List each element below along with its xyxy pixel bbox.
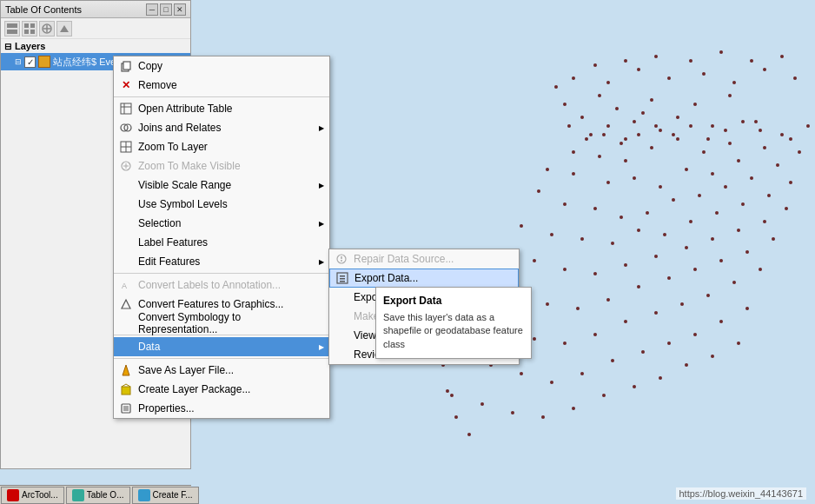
svg-point-36 <box>537 189 540 193</box>
menu-item-convert-labels: A Convert Labels to Annotation... <box>114 275 329 295</box>
svg-point-33 <box>763 146 766 149</box>
svg-rect-163 <box>121 103 131 114</box>
svg-point-24 <box>780 133 784 136</box>
taskbar-table-button[interactable]: Table O... <box>66 487 130 504</box>
menu-item-zoom-layer[interactable]: Zoom To Layer <box>114 137 329 156</box>
svg-point-59 <box>533 259 536 262</box>
svg-point-39 <box>620 216 623 219</box>
svg-point-105 <box>541 415 545 419</box>
svg-point-88 <box>706 294 710 297</box>
toc-toolbar-icon-1[interactable] <box>4 21 20 36</box>
menu-copy-label: Copy <box>138 60 162 72</box>
toc-toolbar-icon-4[interactable] <box>56 21 72 36</box>
svg-point-75 <box>667 276 671 280</box>
svg-point-96 <box>611 359 614 362</box>
menu-item-edit-features[interactable]: Edit Features <box>114 252 329 271</box>
svg-point-43 <box>724 185 727 189</box>
menu-item-properties[interactable]: Properties... <box>114 399 329 418</box>
svg-point-101 <box>745 307 749 310</box>
repair-icon <box>335 252 348 266</box>
svg-marker-176 <box>123 365 129 375</box>
toc-toolbar <box>1 18 190 39</box>
layer-checkbox[interactable]: ✓ <box>24 56 36 68</box>
menu-item-save-layer[interactable]: Save As Layer File... <box>114 361 329 380</box>
remove-icon: ✕ <box>119 78 133 92</box>
svg-point-127 <box>750 59 753 63</box>
taskbar-arctool-button[interactable]: ArcTool... <box>1 487 64 504</box>
svg-point-95 <box>580 372 584 375</box>
menu-item-joins[interactable]: Joins and Relates <box>114 118 329 137</box>
svg-point-98 <box>667 342 671 345</box>
menu-item-convert-symbology[interactable]: Convert Symbology to Representation... <box>114 314 329 333</box>
svg-point-67 <box>763 220 766 223</box>
svg-point-2 <box>580 116 584 119</box>
svg-point-3 <box>598 94 601 97</box>
svg-point-85 <box>624 320 627 323</box>
table-taskbar-icon <box>72 489 84 501</box>
svg-point-126 <box>719 50 723 54</box>
svg-point-66 <box>737 229 740 232</box>
svg-point-146 <box>672 133 675 136</box>
toc-toolbar-icon-3[interactable] <box>39 21 55 36</box>
menu-item-remove[interactable]: ✕ Remove <box>114 76 329 95</box>
svg-point-22 <box>728 142 732 145</box>
svg-point-99 <box>693 333 697 336</box>
svg-point-84 <box>593 333 597 336</box>
copy-icon <box>119 59 133 73</box>
svg-point-47 <box>520 224 523 228</box>
export-tooltip-description: Save this layer's data as a shapefile or… <box>383 311 524 351</box>
toc-toolbar-icon-2[interactable] <box>22 21 37 36</box>
menu-save-layer-label: Save As Layer File... <box>138 364 234 376</box>
toc-minimize-button[interactable]: ─ <box>146 3 158 16</box>
svg-point-100 <box>719 320 723 323</box>
svg-point-11 <box>659 129 662 132</box>
svg-point-37 <box>563 202 567 206</box>
svg-point-29 <box>659 185 662 189</box>
svg-point-44 <box>750 176 753 180</box>
taskbar-create-button[interactable]: Create F... <box>132 487 199 504</box>
svg-point-64 <box>685 246 688 249</box>
menu-item-label-features[interactable]: Label Features <box>114 233 329 252</box>
menu-item-export-data[interactable]: Export Data... <box>329 269 519 288</box>
svg-point-5 <box>633 120 636 123</box>
svg-point-144 <box>637 133 640 136</box>
menu-item-create-package[interactable]: Create Layer Package... <box>114 380 329 399</box>
svg-point-110 <box>685 363 688 367</box>
svg-point-120 <box>763 68 766 71</box>
svg-point-114 <box>572 76 575 80</box>
taskbar-arctool-label: ArcTool... <box>22 490 58 500</box>
svg-point-78 <box>745 250 749 254</box>
svg-point-31 <box>711 172 714 176</box>
svg-point-136 <box>467 433 471 436</box>
menu-visible-scale-label: Visible Scale Range <box>138 179 231 191</box>
menu-item-repair-source: Repair Data Source... <box>329 249 519 269</box>
svg-point-56 <box>767 194 771 197</box>
menu-item-symbol-levels[interactable]: Use Symbol Levels <box>114 195 329 214</box>
svg-point-119 <box>732 81 736 84</box>
menu-item-data[interactable]: Data <box>114 337 329 356</box>
svg-point-87 <box>680 302 684 306</box>
svg-point-148 <box>706 137 710 141</box>
menu-item-copy[interactable]: Copy <box>114 56 329 76</box>
toc-maximize-button[interactable]: □ <box>160 3 172 16</box>
taskbar-table-label: Table O... <box>87 490 124 500</box>
svg-point-8 <box>606 124 610 128</box>
convert-features-icon <box>119 297 133 311</box>
svg-point-60 <box>563 268 567 271</box>
svg-point-4 <box>615 107 619 110</box>
menu-item-open-attr[interactable]: Open Attribute Table <box>114 99 329 118</box>
svg-point-41 <box>672 198 675 202</box>
svg-point-93 <box>520 372 523 375</box>
toc-close-button[interactable]: ✕ <box>174 3 186 16</box>
context-menu: Copy ✕ Remove Open Attribute Table Joins… <box>113 56 330 419</box>
svg-point-18 <box>624 159 627 162</box>
svg-point-86 <box>654 311 658 315</box>
svg-point-143 <box>620 142 623 145</box>
svg-point-23 <box>754 120 758 123</box>
menu-item-visible-scale[interactable]: Visible Scale Range <box>114 176 329 195</box>
svg-point-90 <box>759 268 762 271</box>
menu-item-selection[interactable]: Selection <box>114 214 329 233</box>
svg-point-16 <box>572 150 575 154</box>
svg-point-7 <box>589 133 593 136</box>
svg-point-19 <box>650 146 653 149</box>
